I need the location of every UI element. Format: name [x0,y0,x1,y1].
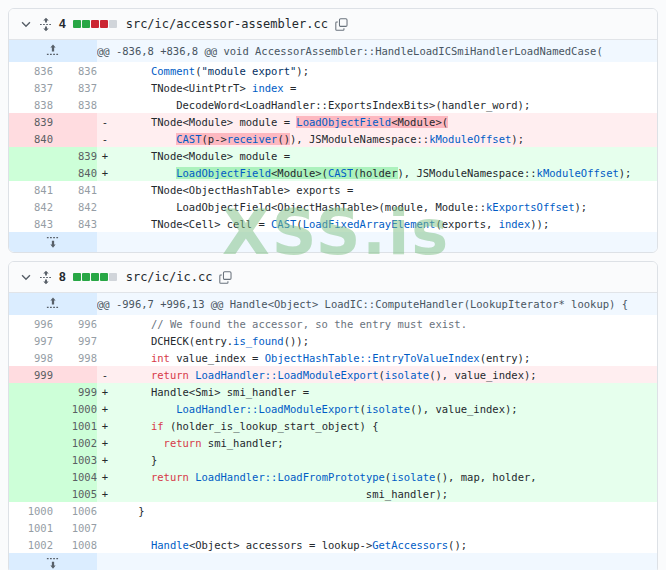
diff-line-context: 998998 int value_index = ObjectHashTable… [9,349,657,366]
code-token [113,420,151,432]
diff-marker [97,536,113,553]
code-token: ), JSModuleNamespace:: [290,133,429,145]
diff-marker: + [97,147,113,164]
code-token: <Object> accessors = lookup-> [189,539,372,551]
new-line-number: 998 [53,349,97,366]
chevron-down-icon [19,270,33,284]
new-line-number: 841 [53,181,97,198]
collapse-file-button[interactable] [19,17,33,31]
code-token: CAST [271,218,296,230]
diff-line-context: 10021008 Handle<Object> accessors = look… [9,536,657,553]
expand-hunk-button[interactable] [9,40,97,62]
code-line: LoadObjectField<ObjectHashTable>(module,… [113,198,657,215]
expand-row [9,232,657,252]
code-token: TNode<Module> module = [113,116,296,128]
new-line-number [53,366,97,383]
diff-marker: + [97,434,113,451]
diff-marker: + [97,383,113,400]
code-line: int value_index = ObjectHashTable::Entry… [113,349,657,366]
diff-view: 4src/ic/accessor-assembler.cc@@ -836,8 +… [0,8,666,570]
new-line-number [53,130,97,147]
diff-table: @@ -996,7 +996,13 @@ Handle<Object> Load… [9,293,657,570]
code-line: TNode<UintPtrT> index = [113,79,657,96]
diffstat-square [73,273,81,281]
old-line-number: 841 [9,181,53,198]
unfold-file-button[interactable] [40,17,52,32]
old-line-number [9,383,53,400]
copy-path-button[interactable] [219,271,232,284]
diff-line-deletion: 999- return LoadHandler::LoadModuleExpor… [9,366,657,383]
diffstat-square [109,20,117,28]
new-line-number: 838 [53,96,97,113]
code-token: (); [448,539,467,551]
copy-path-button[interactable] [335,18,348,31]
code-token: TNode<Module> module = [113,150,290,162]
copy-icon [335,18,348,31]
code-token: receiver [227,133,278,145]
file-path[interactable]: src/ic/ic.cc [126,270,213,284]
code-token: LoadHandler::LoadFromPrototype [195,471,385,483]
code-line: TNode<Cell> cell = CAST(LoadFixedArrayEl… [113,215,657,232]
diff-line-context: 996996 // We found the accessor, so the … [9,315,657,332]
old-line-number: 998 [9,349,53,366]
diff-marker: + [97,451,113,468]
code-token: return [164,437,202,449]
diff-line-context: 843843 TNode<Cell> cell = CAST(LoadFixed… [9,215,657,232]
collapse-file-button[interactable] [19,270,33,284]
code-token [113,369,151,381]
diff-marker [97,332,113,349]
diffstat-square [82,20,90,28]
code-line: LoadHandler::LoadModuleExport(isolate(),… [113,400,657,417]
code-line: TNode<Module> module = [113,147,657,164]
diff-marker [97,96,113,113]
unfold-icon [40,270,52,285]
old-line-number: 839 [9,113,53,130]
old-line-number: 842 [9,198,53,215]
file-card: 8src/ic/ic.cc@@ -996,7 +996,13 @@ Handle… [8,261,658,570]
diff-line-context: 837837 TNode<UintPtrT> index = [9,79,657,96]
code-token [113,403,176,415]
file-header: 8src/ic/ic.cc [9,262,657,293]
code-token: ); [296,65,309,77]
code-line: Handle<Smi> smi_handler = [113,383,657,400]
file-card: 4src/ic/accessor-assembler.cc@@ -836,8 +… [8,8,658,253]
code-line: return LoadHandler::LoadModuleExport(iso… [113,366,657,383]
code-token: LoadFixedArrayElement [303,218,436,230]
code-line: // We found the accessor, so the entry m… [113,315,657,332]
diff-table: @@ -836,8 +836,8 @@ void AccessorAssembl… [9,40,657,252]
file-path[interactable]: src/ic/accessor-assembler.cc [126,17,328,31]
code-token: <Module>( [271,167,328,179]
diff-marker [97,349,113,366]
diff-marker [97,215,113,232]
code-token: DCHECK(entry. [113,335,233,347]
old-line-number [9,485,53,502]
expand-down-button[interactable] [9,232,97,252]
code-token: GetAccessors [372,539,448,551]
code-token: Handle<Smi> smi_handler = [113,386,309,398]
code-line: } [113,451,657,468]
new-line-number: 1002 [53,434,97,451]
code-token: isolate [385,369,429,381]
old-line-number: 838 [9,96,53,113]
diff-line-addition: 839+ TNode<Module> module = [9,147,657,164]
code-token: ); [619,167,632,179]
unfold-file-button[interactable] [40,270,52,285]
hunk-header: @@ -836,8 +836,8 @@ void AccessorAssembl… [97,40,657,62]
code-line: if (holder_is_lookup_start_object) { [113,417,657,434]
expand-hunk-button[interactable] [9,293,97,315]
diff-marker [97,315,113,332]
code-line: DecodeWord<LoadHandler::ExportsIndexBits… [113,96,657,113]
expand-down-button[interactable] [9,553,97,570]
code-token: if [151,420,164,432]
diff-marker: + [97,164,113,181]
code-token: kExportsOffset [486,201,575,213]
expand-row [9,553,657,570]
diff-marker: + [97,468,113,485]
code-token: Comment [151,65,195,77]
fold-up-icon [46,47,60,59]
unfold-icon [40,17,52,32]
code-token: (p-> [202,133,227,145]
old-line-number [9,451,53,468]
fold-up-icon [46,300,60,312]
code-token: ); [511,133,524,145]
